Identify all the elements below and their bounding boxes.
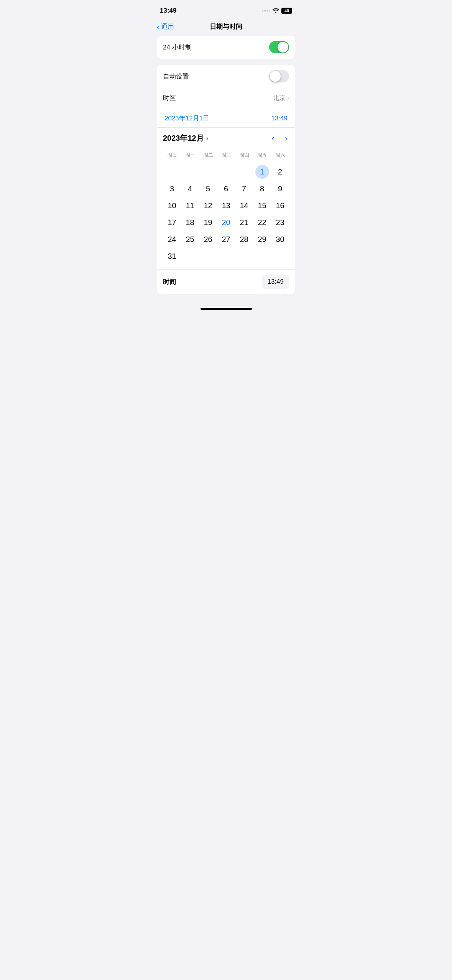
calendar-day[interactable]: 27 bbox=[217, 231, 235, 248]
weekday-sat: 周六 bbox=[271, 150, 289, 160]
calendar-day[interactable]: 5 bbox=[199, 180, 217, 197]
status-time: 13:49 bbox=[160, 7, 176, 15]
wifi-icon bbox=[273, 8, 279, 14]
calendar-day[interactable]: 6 bbox=[217, 180, 235, 197]
weekday-tue: 周二 bbox=[199, 150, 217, 160]
month-expand-icon: › bbox=[206, 135, 208, 142]
hour24-row: 24 小时制 bbox=[157, 36, 295, 59]
toggle-knob-auto bbox=[270, 71, 281, 82]
calendar-day[interactable]: 4 bbox=[181, 180, 199, 197]
datetime-header: 2023年12月1日 13:49 bbox=[157, 108, 295, 128]
battery-icon: 40 bbox=[281, 8, 292, 14]
calendar-month-nav: 2023年12月 › ‹ › bbox=[163, 132, 289, 144]
calendar-day[interactable]: 16 bbox=[271, 197, 289, 214]
calendar-day[interactable]: 2 bbox=[271, 163, 289, 180]
timezone-value: 北京 › bbox=[273, 94, 289, 102]
weekday-sun: 周日 bbox=[163, 150, 181, 160]
status-bar: 13:49 40 bbox=[151, 0, 301, 19]
prev-month-button[interactable]: ‹ bbox=[270, 132, 276, 144]
auto-timezone-card: 自动设置 时区 北京 › 2023年12月1日 13:49 2023年12月 › bbox=[157, 65, 295, 294]
page-title: 日期与时间 bbox=[210, 22, 242, 31]
time-row: 时间 13:49 bbox=[157, 269, 295, 294]
calendar-day[interactable]: 10 bbox=[163, 197, 181, 214]
calendar-day-empty bbox=[217, 163, 235, 180]
calendar-day[interactable]: 1 bbox=[253, 163, 271, 180]
calendar-day[interactable]: 18 bbox=[181, 214, 199, 231]
calendar-days-grid: 1234567891011121314151617181920212223242… bbox=[163, 163, 289, 265]
time-value-badge[interactable]: 13:49 bbox=[262, 275, 289, 289]
calendar-day[interactable]: 9 bbox=[271, 180, 289, 197]
calendar-day[interactable]: 8 bbox=[253, 180, 271, 197]
time-row-label: 时间 bbox=[163, 278, 176, 286]
calendar-day-empty bbox=[181, 163, 199, 180]
content-area: 24 小时制 自动设置 时区 北京 › 2023年12月1日 13:49 bbox=[151, 36, 301, 294]
home-indicator bbox=[151, 300, 301, 313]
calendar-day[interactable]: 28 bbox=[235, 231, 253, 248]
weekday-mon: 周一 bbox=[181, 150, 199, 160]
status-icons: 40 bbox=[262, 8, 292, 14]
calendar-day[interactable]: 25 bbox=[181, 231, 199, 248]
calendar-day[interactable]: 20 bbox=[217, 214, 235, 231]
calendar-day[interactable]: 21 bbox=[235, 214, 253, 231]
calendar-nav-arrows: ‹ › bbox=[270, 132, 289, 144]
calendar-day[interactable]: 7 bbox=[235, 180, 253, 197]
calendar-day[interactable]: 14 bbox=[235, 197, 253, 214]
back-arrow-icon: ‹ bbox=[157, 23, 159, 31]
calendar-day-empty bbox=[199, 163, 217, 180]
hour24-card: 24 小时制 bbox=[157, 36, 295, 59]
hour24-label: 24 小时制 bbox=[163, 43, 192, 52]
calendar-day[interactable]: 23 bbox=[271, 214, 289, 231]
calendar-day[interactable]: 19 bbox=[199, 214, 217, 231]
calendar-day[interactable]: 3 bbox=[163, 180, 181, 197]
calendar-day[interactable]: 30 bbox=[271, 231, 289, 248]
calendar-day[interactable]: 26 bbox=[199, 231, 217, 248]
auto-set-label: 自动设置 bbox=[163, 72, 189, 81]
auto-set-row: 自动设置 bbox=[157, 65, 295, 88]
back-button[interactable]: ‹ 通用 bbox=[157, 22, 174, 31]
timezone-label: 时区 bbox=[163, 94, 176, 102]
next-month-button[interactable]: › bbox=[283, 132, 289, 144]
nav-bar: ‹ 通用 日期与时间 bbox=[151, 19, 301, 36]
selected-date[interactable]: 2023年12月1日 bbox=[164, 114, 209, 123]
calendar-day-empty bbox=[163, 163, 181, 180]
signal-icon bbox=[262, 10, 270, 12]
weekday-wed: 周三 bbox=[217, 150, 235, 160]
calendar-day[interactable]: 13 bbox=[217, 197, 235, 214]
timezone-chevron-icon: › bbox=[287, 95, 289, 101]
hour24-toggle[interactable] bbox=[269, 41, 289, 53]
calendar-day[interactable]: 11 bbox=[181, 197, 199, 214]
calendar-day[interactable]: 15 bbox=[253, 197, 271, 214]
home-bar bbox=[201, 308, 252, 310]
timezone-row[interactable]: 时区 北京 › bbox=[157, 88, 295, 108]
toggle-knob bbox=[278, 42, 288, 53]
calendar-day[interactable]: 22 bbox=[253, 214, 271, 231]
calendar-day[interactable]: 24 bbox=[163, 231, 181, 248]
weekday-fri: 周五 bbox=[253, 150, 271, 160]
calendar-weekdays: 周日 周一 周二 周三 周四 周五 周六 bbox=[163, 150, 289, 160]
calendar-day[interactable]: 31 bbox=[163, 248, 181, 265]
back-label: 通用 bbox=[161, 22, 174, 31]
calendar-day-empty bbox=[235, 163, 253, 180]
calendar-day[interactable]: 29 bbox=[253, 231, 271, 248]
selected-time[interactable]: 13:49 bbox=[271, 115, 288, 122]
calendar-container: 2023年12月 › ‹ › 周日 周一 周二 周三 周四 周五 周六 bbox=[157, 128, 295, 268]
auto-set-toggle[interactable] bbox=[269, 70, 289, 82]
calendar-day[interactable]: 17 bbox=[163, 214, 181, 231]
weekday-thu: 周四 bbox=[235, 150, 253, 160]
calendar-month-title[interactable]: 2023年12月 › bbox=[163, 133, 208, 143]
calendar-day[interactable]: 12 bbox=[199, 197, 217, 214]
